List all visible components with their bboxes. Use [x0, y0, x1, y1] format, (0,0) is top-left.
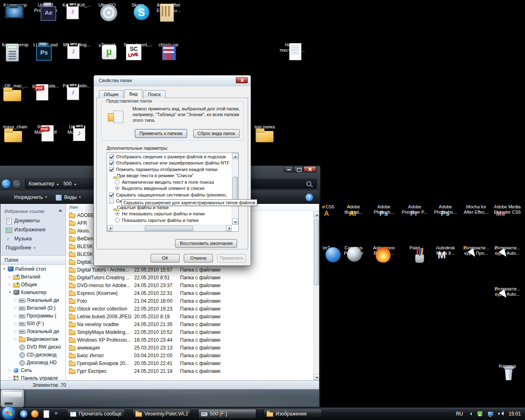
scroll-down-button[interactable]	[314, 374, 319, 380]
volume-icon[interactable]	[498, 411, 504, 417]
favorite-link[interactable]: Изображения	[0, 225, 66, 234]
cancel-button[interactable]: Отмена	[184, 254, 213, 262]
expander-icon[interactable]	[14, 337, 19, 341]
desktop-icon[interactable]: Untitled Project.aep	[31, 2, 60, 13]
expander-icon[interactable]	[3, 267, 7, 271]
file-row[interactable]: Na veseloy svadbe 24.05.2010 21:35 Папка…	[66, 320, 313, 328]
quick-launch-icon[interactable]	[42, 410, 50, 418]
tree-item[interactable]: CD-дисковод	[0, 351, 66, 358]
desktop-icon[interactable]: Adobe Premiere P...	[400, 204, 429, 215]
file-row[interactable]: Express (Козятин) 24.05.2010 22:31 Папка…	[66, 289, 313, 297]
scroll-thumb[interactable]	[314, 219, 319, 285]
desktop-icon[interactable]: ScenalyzerL...	[123, 42, 153, 48]
desktop-icon[interactable]: µTorrent	[92, 42, 122, 48]
desktop-icon[interactable]: Adobe After Effects Au...	[154, 2, 183, 13]
expander-icon[interactable]	[9, 376, 13, 380]
tree-item[interactable]: 500 (F:)	[0, 320, 66, 327]
file-row[interactable]: DVD-menus for Adobe... 24.05.2010 23:37 …	[66, 281, 313, 289]
file-row[interactable]: Григорий Бочаров 20... 20.05.2010 22:41 …	[66, 359, 313, 367]
option-row[interactable]: Помнить параметры отображения каждой пап…	[107, 166, 231, 173]
favorite-link[interactable]: Музыка	[0, 234, 66, 243]
file-row[interactable]: Digital Tutors - Archite... 22.05.2010 1…	[66, 266, 313, 274]
file-row[interactable]: Letnie.buketi.2009.JPEG 20.05.2010 8:19 …	[66, 313, 313, 320]
file-row[interactable]: iStock vector collection 22.05.2010 19:2…	[66, 305, 313, 313]
option-control[interactable]	[109, 154, 114, 159]
desktop-icon[interactable]: Корзина	[493, 363, 522, 369]
quick-launch-icon[interactable]	[20, 410, 28, 418]
clock[interactable]: 15:01	[508, 411, 522, 417]
dialog-tab[interactable]: Поиск	[143, 90, 165, 98]
file-row[interactable]: Windows XP Professio... 16.05.2010 23:44…	[66, 336, 313, 344]
task-button[interactable]: 500 (F:)	[198, 409, 256, 419]
option-control[interactable]	[115, 186, 120, 191]
desktop-icon[interactable]: UltraISO	[92, 2, 122, 8]
tree-item[interactable]: Дисковод HD	[0, 358, 66, 366]
desktop-icon[interactable]: Russian Manual.pdf	[31, 124, 60, 135]
minimize-button[interactable]	[284, 166, 293, 172]
expander-icon[interactable]	[14, 298, 19, 302]
option-control[interactable]	[113, 176, 119, 179]
tree-item[interactable]: DVD RW диско	[0, 343, 66, 351]
desktop-icon[interactable]: Adobe Photosho...	[431, 204, 460, 215]
ok-button[interactable]: ОК	[151, 254, 180, 262]
expander-icon[interactable]	[14, 322, 19, 325]
desktop-icon[interactable]: Adobe Photosh...	[369, 204, 399, 215]
desktop-icon[interactable]: Autodesk Maya 8...	[431, 245, 460, 256]
help-icon[interactable]	[305, 193, 313, 201]
folders-band[interactable]: Папки	[0, 256, 66, 265]
tree-item[interactable]: Сеть	[0, 366, 66, 374]
desktop-icon[interactable]: Skype	[123, 2, 153, 8]
tray-app-icon[interactable]	[477, 411, 484, 417]
file-row[interactable]: Биос Интел 03.04.2010 22:00 Папка с файл…	[66, 352, 313, 359]
desktop-icon[interactable]: Интеракти... курс. Auto...	[493, 245, 522, 256]
file-list-scrollbar[interactable]	[313, 211, 319, 380]
expander-icon[interactable]	[14, 306, 19, 310]
apply-to-folders-button[interactable]: Применить к папкам	[135, 129, 187, 138]
display-settings-icon[interactable]	[487, 411, 494, 417]
option-control[interactable]	[109, 199, 114, 203]
desktop-icon[interactable]: LU0001.psd	[31, 42, 60, 48]
tree-item[interactable]: Общие	[0, 281, 66, 288]
forward-button[interactable]	[12, 179, 22, 189]
option-row[interactable]: Скрывать защищенные системные файлы (рек…	[107, 192, 231, 198]
expander-icon[interactable]	[9, 368, 13, 372]
tree-item[interactable]: Компьютер	[0, 288, 66, 296]
reset-folders-button[interactable]: Сброс вида папок	[193, 129, 240, 138]
scroll-left-button[interactable]	[107, 225, 113, 231]
desktop-icon[interactable]: Paula_Selin...	[62, 83, 91, 89]
tree-item[interactable]: Видеомонтаж	[0, 335, 66, 343]
expander-icon[interactable]	[9, 275, 13, 278]
toolbar-button[interactable]: Виды	[56, 194, 80, 200]
restore-defaults-button[interactable]: Восстановить умолчания	[175, 239, 237, 248]
option-control[interactable]	[109, 192, 114, 197]
file-row[interactable]: анимация 25.03.2010 23:13 Папка с файлам…	[66, 344, 313, 352]
quick-launch-icon[interactable]	[31, 410, 39, 418]
scroll-thumb[interactable]	[145, 226, 193, 231]
tree-item[interactable]: Рабочий стол	[0, 265, 66, 273]
desktop-icon[interactable]: Canopus ProCoder	[339, 245, 368, 256]
more-link[interactable]: Подробнее	[0, 243, 66, 252]
scroll-up-button[interactable]	[232, 153, 238, 159]
desktop-icon[interactable]: Ashampoo Burning ...	[369, 245, 399, 256]
toolbar-button[interactable]: Упорядочить	[5, 194, 47, 200]
desktop-icon[interactable]: Компьютер	[0, 2, 30, 8]
expander-icon[interactable]	[14, 314, 19, 317]
file-row[interactable]: DigitalTutors.Creating ... 22.05.2010 8:…	[66, 274, 313, 281]
desktop-icon[interactable]: chkola.rar	[154, 42, 183, 48]
options-horizontal-scrollbar[interactable]	[107, 225, 232, 231]
desktop-icon[interactable]: maya_chain	[0, 124, 30, 130]
desktop-icon[interactable]: _OF_mac_...	[0, 83, 30, 89]
favorite-link[interactable]: Документы	[0, 216, 66, 225]
file-row[interactable]: SimplyMaya Modeling... 22.05.2010 10:52 …	[66, 328, 313, 336]
maximize-button[interactable]	[294, 166, 303, 172]
option-row[interactable]: Выделять введенный элемент в списке	[107, 185, 231, 192]
desktop-icon[interactable]: Untitled Multitra...	[62, 124, 91, 135]
expander-icon[interactable]	[9, 283, 13, 286]
desktop-icon[interactable]: Miro_-_Ang...	[62, 42, 91, 48]
desktop-icon[interactable]: вая папка	[250, 124, 279, 130]
desktop-icon[interactable]: Adobe Illustrat...	[339, 204, 368, 215]
option-row[interactable]: Автоматически вводить текст в поле поиск…	[107, 179, 231, 185]
file-row[interactable]: Foto 21.04.2010 16:00 Папка с файлами	[66, 297, 313, 305]
breadcrumb-item[interactable]: 500	[63, 181, 80, 187]
tree-item[interactable]: Панель управле	[0, 374, 66, 380]
